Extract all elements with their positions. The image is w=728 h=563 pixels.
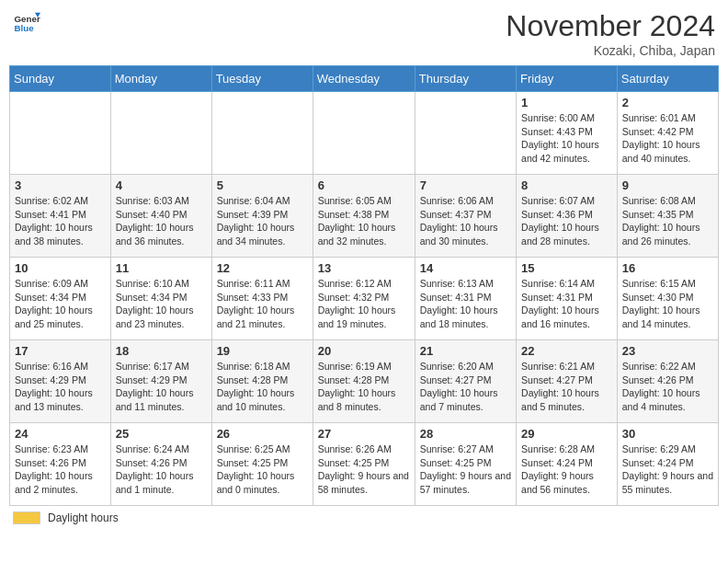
svg-text:Blue: Blue: [15, 23, 35, 33]
calendar-week-4: 17Sunrise: 6:16 AMSunset: 4:29 PMDayligh…: [10, 340, 719, 423]
day-info: Sunrise: 6:29 AMSunset: 4:24 PMDaylight:…: [622, 442, 713, 497]
day-info: Sunrise: 6:06 AMSunset: 4:37 PMDaylight:…: [420, 194, 511, 248]
page-header: General Blue November 2024 Kozaki, Chiba…: [9, 9, 719, 58]
logo-icon: General Blue: [13, 9, 40, 37]
table-row: 14Sunrise: 6:13 AMSunset: 4:31 PMDayligh…: [415, 258, 516, 340]
month-title: November 2024: [506, 9, 715, 43]
table-row: [211, 92, 313, 175]
col-saturday: Saturday: [617, 66, 718, 92]
day-number: 5: [217, 178, 308, 192]
table-row: 26Sunrise: 6:25 AMSunset: 4:25 PMDayligh…: [211, 423, 313, 506]
day-number: 15: [521, 261, 612, 275]
day-number: 27: [318, 427, 410, 441]
day-number: 22: [521, 344, 612, 358]
day-info: Sunrise: 6:20 AMSunset: 4:27 PMDaylight:…: [420, 360, 511, 414]
calendar-table: Sunday Monday Tuesday Wednesday Thursday…: [9, 65, 719, 506]
table-row: [313, 92, 415, 175]
day-info: Sunrise: 6:16 AMSunset: 4:29 PMDaylight:…: [15, 360, 106, 414]
day-info: Sunrise: 6:27 AMSunset: 4:25 PMDaylight:…: [420, 442, 511, 497]
day-info: Sunrise: 6:14 AMSunset: 4:31 PMDaylight:…: [521, 277, 612, 331]
table-row: 7Sunrise: 6:06 AMSunset: 4:37 PMDaylight…: [415, 175, 516, 258]
day-info: Sunrise: 6:22 AMSunset: 4:26 PMDaylight:…: [622, 360, 713, 414]
calendar-week-2: 3Sunrise: 6:02 AMSunset: 4:41 PMDaylight…: [10, 175, 719, 258]
day-info: Sunrise: 6:19 AMSunset: 4:28 PMDaylight:…: [318, 360, 410, 414]
title-block: November 2024 Kozaki, Chiba, Japan: [506, 9, 715, 58]
table-row: 28Sunrise: 6:27 AMSunset: 4:25 PMDayligh…: [415, 423, 516, 506]
daylight-label: Daylight hours: [48, 511, 119, 524]
day-number: 10: [15, 261, 106, 275]
day-number: 3: [15, 178, 106, 192]
day-number: 14: [420, 261, 511, 275]
calendar-week-3: 10Sunrise: 6:09 AMSunset: 4:34 PMDayligh…: [10, 258, 719, 340]
table-row: 18Sunrise: 6:17 AMSunset: 4:29 PMDayligh…: [110, 340, 211, 423]
day-number: 26: [217, 427, 308, 441]
day-info: Sunrise: 6:15 AMSunset: 4:30 PMDaylight:…: [622, 277, 713, 331]
table-row: 19Sunrise: 6:18 AMSunset: 4:28 PMDayligh…: [211, 340, 313, 423]
day-number: 19: [217, 344, 308, 358]
calendar-header-row: Sunday Monday Tuesday Wednesday Thursday…: [10, 66, 719, 92]
table-row: 16Sunrise: 6:15 AMSunset: 4:30 PMDayligh…: [617, 258, 718, 340]
calendar-week-5: 24Sunrise: 6:23 AMSunset: 4:26 PMDayligh…: [10, 423, 719, 506]
table-row: [10, 92, 111, 175]
day-number: 23: [622, 344, 713, 358]
day-number: 6: [318, 178, 410, 192]
table-row: 30Sunrise: 6:29 AMSunset: 4:24 PMDayligh…: [617, 423, 718, 506]
table-row: 17Sunrise: 6:16 AMSunset: 4:29 PMDayligh…: [10, 340, 111, 423]
day-number: 4: [116, 178, 207, 192]
day-info: Sunrise: 6:24 AMSunset: 4:26 PMDaylight:…: [116, 442, 207, 497]
col-tuesday: Tuesday: [211, 66, 313, 92]
day-info: Sunrise: 6:26 AMSunset: 4:25 PMDaylight:…: [318, 442, 410, 497]
day-info: Sunrise: 6:23 AMSunset: 4:26 PMDaylight:…: [15, 442, 106, 497]
day-info: Sunrise: 6:18 AMSunset: 4:28 PMDaylight:…: [217, 360, 308, 414]
day-info: Sunrise: 6:03 AMSunset: 4:40 PMDaylight:…: [116, 194, 207, 248]
daylight-swatch: [13, 511, 40, 524]
table-row: 9Sunrise: 6:08 AMSunset: 4:35 PMDaylight…: [617, 175, 718, 258]
col-thursday: Thursday: [415, 66, 516, 92]
day-number: 28: [420, 427, 511, 441]
day-number: 7: [420, 178, 511, 192]
day-info: Sunrise: 6:05 AMSunset: 4:38 PMDaylight:…: [318, 194, 410, 248]
day-number: 24: [15, 427, 106, 441]
day-info: Sunrise: 6:28 AMSunset: 4:24 PMDaylight:…: [521, 442, 612, 497]
day-info: Sunrise: 6:08 AMSunset: 4:35 PMDaylight:…: [622, 194, 713, 248]
table-row: 2Sunrise: 6:01 AMSunset: 4:42 PMDaylight…: [617, 92, 718, 175]
day-number: 17: [15, 344, 106, 358]
day-info: Sunrise: 6:07 AMSunset: 4:36 PMDaylight:…: [521, 194, 612, 248]
day-number: 29: [521, 427, 612, 441]
table-row: [415, 92, 516, 175]
table-row: 3Sunrise: 6:02 AMSunset: 4:41 PMDaylight…: [10, 175, 111, 258]
table-row: 1Sunrise: 6:00 AMSunset: 4:43 PMDaylight…: [517, 92, 618, 175]
day-info: Sunrise: 6:10 AMSunset: 4:34 PMDaylight:…: [116, 277, 207, 331]
day-info: Sunrise: 6:09 AMSunset: 4:34 PMDaylight:…: [15, 277, 106, 331]
day-info: Sunrise: 6:12 AMSunset: 4:32 PMDaylight:…: [318, 277, 410, 331]
day-info: Sunrise: 6:13 AMSunset: 4:31 PMDaylight:…: [420, 277, 511, 331]
table-row: 5Sunrise: 6:04 AMSunset: 4:39 PMDaylight…: [211, 175, 313, 258]
table-row: 23Sunrise: 6:22 AMSunset: 4:26 PMDayligh…: [617, 340, 718, 423]
day-info: Sunrise: 6:17 AMSunset: 4:29 PMDaylight:…: [116, 360, 207, 414]
day-number: 18: [116, 344, 207, 358]
day-info: Sunrise: 6:02 AMSunset: 4:41 PMDaylight:…: [15, 194, 106, 248]
logo: General Blue: [13, 9, 40, 37]
day-info: Sunrise: 6:11 AMSunset: 4:33 PMDaylight:…: [217, 277, 308, 331]
day-number: 21: [420, 344, 511, 358]
day-number: 30: [622, 427, 713, 441]
day-number: 11: [116, 261, 207, 275]
day-number: 13: [318, 261, 410, 275]
table-row: 29Sunrise: 6:28 AMSunset: 4:24 PMDayligh…: [517, 423, 618, 506]
table-row: 11Sunrise: 6:10 AMSunset: 4:34 PMDayligh…: [110, 258, 211, 340]
day-info: Sunrise: 6:01 AMSunset: 4:42 PMDaylight:…: [622, 111, 713, 166]
table-row: 15Sunrise: 6:14 AMSunset: 4:31 PMDayligh…: [517, 258, 618, 340]
table-row: 25Sunrise: 6:24 AMSunset: 4:26 PMDayligh…: [110, 423, 211, 506]
day-number: 20: [318, 344, 410, 358]
day-number: 25: [116, 427, 207, 441]
day-info: Sunrise: 6:00 AMSunset: 4:43 PMDaylight:…: [521, 111, 612, 166]
day-number: 8: [521, 178, 612, 192]
calendar-week-1: 1Sunrise: 6:00 AMSunset: 4:43 PMDaylight…: [10, 92, 719, 175]
col-friday: Friday: [517, 66, 618, 92]
table-row: 8Sunrise: 6:07 AMSunset: 4:36 PMDaylight…: [517, 175, 618, 258]
day-info: Sunrise: 6:21 AMSunset: 4:27 PMDaylight:…: [521, 360, 612, 414]
location-subtitle: Kozaki, Chiba, Japan: [506, 43, 715, 58]
col-sunday: Sunday: [10, 66, 111, 92]
day-info: Sunrise: 6:04 AMSunset: 4:39 PMDaylight:…: [217, 194, 308, 248]
table-row: 10Sunrise: 6:09 AMSunset: 4:34 PMDayligh…: [10, 258, 111, 340]
